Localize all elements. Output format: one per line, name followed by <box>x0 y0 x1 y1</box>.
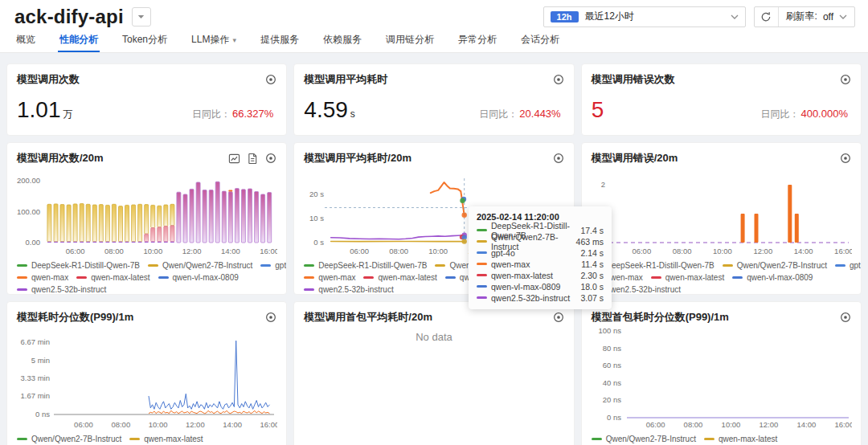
tab-token[interactable]: Token分析 <box>121 29 169 52</box>
stat-unit: s <box>350 108 355 120</box>
stat-compare: 日同比：400.000% <box>760 108 848 121</box>
svg-text:10 s: 10 s <box>309 214 324 222</box>
document-icon[interactable] <box>248 153 258 165</box>
tab-llm-ops[interactable]: LLM操作▾ <box>190 29 238 52</box>
caret-down-icon <box>137 14 145 19</box>
svg-text:06:00: 06:00 <box>350 247 370 255</box>
svg-text:40 ns: 40 ns <box>602 378 620 387</box>
legend-item[interactable]: qwen-max-latest <box>363 271 436 284</box>
legend-item[interactable]: Qwen/Qwen2-7B-Instruct <box>17 433 121 445</box>
svg-text:14:00: 14:00 <box>221 247 240 255</box>
legend-item[interactable]: qwen-max-latest <box>651 271 724 284</box>
time-range-label: 最近12小时 <box>585 10 724 23</box>
svg-text:16:00: 16:00 <box>834 420 852 429</box>
legend-item[interactable]: qwen-max-latest <box>704 433 777 445</box>
legend-item[interactable]: qwen-vl-max-0809 <box>158 271 239 284</box>
tab-exception-analysis[interactable]: 异常分析 <box>457 29 498 52</box>
legend-item[interactable]: gpt-4o <box>260 259 287 271</box>
legend-item[interactable]: qwen2.5-32b-instruct <box>17 284 106 295</box>
legend-item[interactable]: qwen-max-latest <box>76 271 149 284</box>
svg-text:12:00: 12:00 <box>759 420 778 429</box>
svg-text:16:00: 16:00 <box>260 247 277 255</box>
tab-dependent-services[interactable]: 依赖服务 <box>321 29 363 52</box>
svg-text:0.00: 0.00 <box>26 238 41 247</box>
legend-item[interactable]: Qwen/Qwen2-7B-Instruct <box>723 259 827 271</box>
tab-trace-analysis[interactable]: 调用链分析 <box>384 29 436 52</box>
time-range-select[interactable]: 12h 最近12小时 <box>543 6 746 27</box>
refresh-rate-label: 刷新率: <box>786 10 817 23</box>
stat-compare: 日同比：20.443% <box>479 108 560 121</box>
eye-icon[interactable] <box>265 312 276 323</box>
tooltip-row: qwen-max-latest2.30 s <box>477 270 604 280</box>
svg-text:100.00: 100.00 <box>17 207 40 216</box>
tab-session-analysis[interactable]: 会话分析 <box>519 29 561 52</box>
time-range-badge: 12h <box>551 11 579 22</box>
eye-icon[interactable] <box>265 74 276 85</box>
svg-text:12:00: 12:00 <box>753 247 772 255</box>
chart-title: 模型调用首包平均耗时/20m <box>304 310 432 325</box>
eye-icon[interactable] <box>265 153 276 164</box>
chart-card-model-calls: 模型调用次数/20m 0.00100.00200.0006:0008:0010:… <box>6 142 287 295</box>
chart-card-errors: 模型调用错误/20m 1206:0008:0010:0012:0014:0016… <box>581 142 862 295</box>
svg-text:20 s: 20 s <box>309 190 324 198</box>
svg-text:60 ns: 60 ns <box>602 361 620 369</box>
chart-legend: DeepSeek-R1-Distill-Qwen-7BQwen/Qwen2-7B… <box>17 259 276 295</box>
svg-text:100 ns: 100 ns <box>598 326 621 335</box>
chart-card-duration-p99: 模型耗时分位数(P99)/1m 0 ns1.67 min3.33 min5 mi… <box>6 301 287 445</box>
refresh-rate-select[interactable]: 刷新率: off <box>779 10 854 23</box>
legend-item[interactable]: qwen-vl-max-0809 <box>732 271 813 284</box>
legend-item[interactable]: DeepSeek-R1-Distill-Qwen-7B <box>17 259 140 271</box>
svg-text:20 ns: 20 ns <box>602 395 620 404</box>
eye-icon[interactable] <box>553 153 564 164</box>
line-chart-icon[interactable] <box>228 153 240 165</box>
refresh-button[interactable] <box>755 7 779 27</box>
svg-text:16:00: 16:00 <box>834 247 852 255</box>
svg-text:06:00: 06:00 <box>645 420 665 429</box>
legend-item[interactable]: qwen-max-latest <box>129 433 203 445</box>
svg-text:14:00: 14:00 <box>796 420 816 429</box>
caret-down-icon: ▾ <box>232 36 236 44</box>
svg-text:3.33 min: 3.33 min <box>21 374 50 382</box>
stat-compare: 日同比：66.327% <box>192 108 273 121</box>
tooltip-row: qwen-vl-max-080918.0 s <box>477 281 604 292</box>
tab-overview[interactable]: 概览 <box>14 29 37 52</box>
chart-card-first-packet-avg: 模型调用首包平均耗时/20m No data <box>293 301 574 445</box>
model-calls-chart[interactable]: 0.00100.00200.0006:0008:0010:0012:0014:0… <box>17 167 277 257</box>
tab-performance[interactable]: 性能分析 <box>58 29 100 52</box>
svg-text:0 s: 0 s <box>314 238 325 247</box>
stat-card-error-count: 模型调用错误次数 5 日同比：400.000% <box>581 63 862 136</box>
first-packet-p99-chart[interactable]: 0 ns20 ns40 ns60 ns80 ns100 ns06:0008:00… <box>592 326 852 431</box>
legend-item[interactable]: qwen2.5-32b-instruct <box>304 284 393 295</box>
svg-text:5 min: 5 min <box>31 356 50 365</box>
tab-bar: 概览 性能分析 Token分析 LLM操作▾ 提供服务 依赖服务 调用链分析 异… <box>0 29 868 53</box>
svg-text:08:00: 08:00 <box>390 247 409 255</box>
legend-item[interactable]: qwen-max <box>17 271 68 284</box>
refresh-icon <box>760 11 772 22</box>
chevron-down-icon <box>731 14 739 19</box>
chevron-down-icon <box>839 14 847 19</box>
legend-item[interactable]: gpt-4o <box>835 259 862 271</box>
legend-item[interactable]: DeepSeek-R1-Distill-Qwen-7B <box>304 259 427 271</box>
svg-text:12:00: 12:00 <box>182 247 202 255</box>
svg-text:0 ns: 0 ns <box>607 413 621 422</box>
eye-icon[interactable] <box>553 312 564 323</box>
chart-title: 模型调用错误/20m <box>592 151 678 165</box>
title-dropdown-button[interactable] <box>132 7 151 27</box>
svg-text:06:00: 06:00 <box>66 247 85 255</box>
top-bar: ack-dify-api 12h 最近12小时 刷新率: off <box>0 0 868 29</box>
eye-icon[interactable] <box>840 312 851 323</box>
tooltip-row: Qwen/Qwen2-7B-Instruct463 ms <box>477 236 604 247</box>
legend-item[interactable]: Qwen/Qwen2-7B-Instruct <box>148 259 252 271</box>
legend-item[interactable]: qwen-max <box>304 271 355 284</box>
eye-icon[interactable] <box>553 74 564 85</box>
legend-item[interactable]: Qwen/Qwen2-7B-Instruct <box>592 433 696 445</box>
errors-chart[interactable]: 1206:0008:0010:0012:0014:0016:00 <box>592 167 852 257</box>
duration-p99-chart[interactable]: 0 ns1.67 min3.33 min5 min6.67 min06:0008… <box>17 326 277 431</box>
no-data-message: No data <box>304 331 563 343</box>
stat-value: 1.01 <box>17 97 61 122</box>
svg-text:2: 2 <box>600 180 604 189</box>
chart-title: 模型调用次数/20m <box>17 151 104 165</box>
tab-provided-services[interactable]: 提供服务 <box>259 29 301 52</box>
eye-icon[interactable] <box>840 74 851 85</box>
eye-icon[interactable] <box>840 153 851 164</box>
